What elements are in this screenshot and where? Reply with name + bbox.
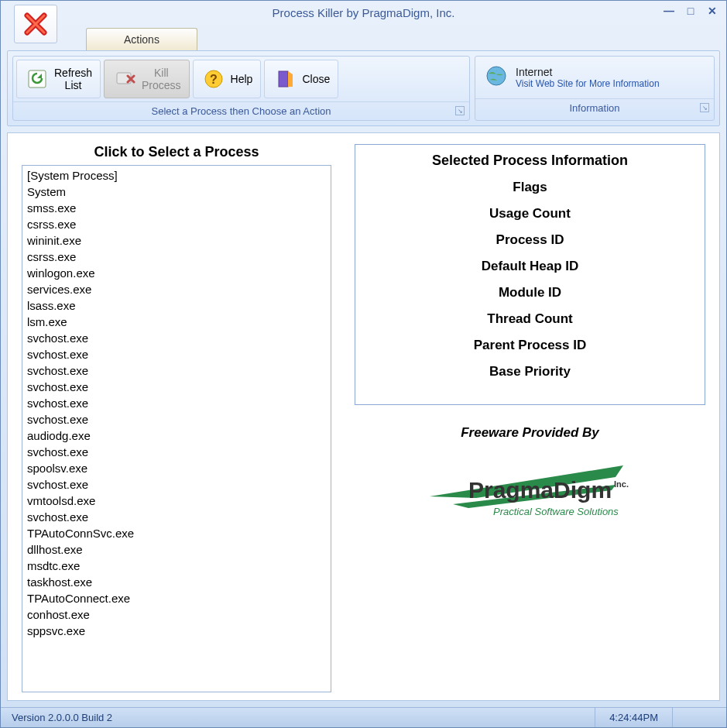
process-item[interactable]: svchost.exe [27, 476, 326, 493]
status-empty-cell [672, 708, 718, 727]
process-item[interactable]: conhost.exe [27, 606, 326, 623]
pragmadigm-logo: PragmaDigm Inc. Practical Software Solut… [422, 450, 639, 523]
help-label: Help [231, 73, 253, 85]
internet-button[interactable]: Internet Visit Web Site for More Informa… [475, 57, 714, 98]
kill-process-button: Kill Process [104, 60, 190, 98]
process-item[interactable]: csrss.exe [27, 216, 326, 232]
process-list[interactable]: [System Process]Systemsmss.execsrss.exew… [22, 165, 331, 692]
door-icon [273, 67, 297, 91]
process-item[interactable]: System [27, 184, 326, 200]
minimize-button[interactable]: — [661, 4, 677, 18]
process-item[interactable]: taskhost.exe [27, 574, 326, 590]
ribbon-group-actions: Refresh List Kill Process ? Help [12, 56, 470, 121]
process-item[interactable]: spoolsv.exe [27, 460, 326, 476]
content-area: Click to Select a Process [System Proces… [7, 132, 720, 701]
status-time: 4:24:44PM [595, 708, 672, 727]
svg-text:PragmaDigm: PragmaDigm [468, 477, 612, 503]
process-item[interactable]: svchost.exe [27, 330, 326, 346]
freeware-label: Freeware Provided By [461, 425, 599, 441]
internet-link: Visit Web Site for More Information [516, 78, 660, 89]
help-button[interactable]: ? Help [193, 60, 262, 98]
process-item[interactable]: audiodg.exe [27, 428, 326, 444]
info-field-label: Parent Process ID [368, 338, 692, 353]
svg-text:Inc.: Inc. [614, 479, 629, 489]
process-item[interactable]: dllhost.exe [27, 541, 326, 558]
info-field-label: Thread Count [368, 311, 692, 327]
process-item[interactable]: TPAutoConnect.exe [27, 590, 326, 606]
close-window-button[interactable]: ✕ [705, 4, 720, 18]
ribbon-actions-caption: Select a Process then Choose an Action ↘ [13, 101, 469, 120]
info-field-label: Base Priority [368, 364, 692, 379]
app-icon [14, 5, 57, 43]
process-item[interactable]: svchost.exe [27, 509, 326, 525]
refresh-label: Refresh List [54, 67, 92, 91]
process-item[interactable]: smss.exe [27, 200, 326, 216]
actions-launcher-icon[interactable]: ↘ [455, 106, 465, 115]
info-field-label: Flags [368, 180, 692, 195]
window-title: Process Killer by PragmaDigm, Inc. [273, 6, 455, 19]
kill-icon [112, 67, 137, 91]
titlebar: Process Killer by PragmaDigm, Inc. — □ ✕ [1, 1, 726, 24]
process-item[interactable]: sppsvc.exe [27, 623, 326, 639]
process-item[interactable]: lsm.exe [27, 314, 326, 330]
main-window: Process Killer by PragmaDigm, Inc. — □ ✕… [0, 0, 727, 728]
ribbon: Refresh List Kill Process ? Help [7, 50, 720, 126]
process-item[interactable]: TPAutoConnSvc.exe [27, 525, 326, 541]
info-field-label: Default Heap ID [368, 259, 692, 274]
process-list-heading: Click to Select a Process [22, 144, 331, 160]
process-item[interactable]: wininit.exe [27, 232, 326, 249]
info-field-label: Usage Count [368, 206, 692, 221]
process-item[interactable]: vmtoolsd.exe [27, 493, 326, 509]
process-item[interactable]: services.exe [27, 281, 326, 297]
statusbar: Version 2.0.0.0 Build 2 4:24:44PM [1, 707, 726, 727]
tab-actions[interactable]: Actions [86, 28, 197, 50]
svg-text:?: ? [210, 73, 218, 86]
process-item[interactable]: svchost.exe [27, 395, 326, 411]
info-launcher-icon[interactable]: ↘ [700, 103, 709, 112]
svg-text:Practical Software Solutions: Practical Software Solutions [493, 506, 619, 517]
process-item[interactable]: svchost.exe [27, 362, 326, 379]
svg-rect-4 [279, 71, 288, 87]
internet-title: Internet [516, 66, 660, 78]
actions-caption-text: Select a Process then Choose an Action [152, 105, 331, 117]
globe-icon [485, 64, 508, 91]
info-column: Selected Process Information FlagsUsage … [355, 144, 705, 692]
info-heading: Selected Process Information [368, 153, 692, 169]
process-item[interactable]: [System Process] [27, 167, 326, 184]
svg-point-5 [487, 67, 506, 85]
close-label: Close [302, 73, 330, 85]
status-version: Version 2.0.0.0 Build 2 [9, 708, 126, 727]
maximize-button[interactable]: □ [683, 4, 698, 18]
process-item[interactable]: svchost.exe [27, 346, 326, 362]
info-caption-text: Information [569, 102, 619, 114]
refresh-list-button[interactable]: Refresh List [16, 60, 101, 98]
ribbon-group-information: Internet Visit Web Site for More Informa… [475, 56, 715, 121]
info-field-label: Process ID [368, 232, 692, 248]
selected-process-info-panel: Selected Process Information FlagsUsage … [355, 144, 705, 405]
kill-label: Kill Process [142, 67, 181, 91]
info-field-label: Module ID [368, 285, 692, 300]
process-item[interactable]: csrss.exe [27, 249, 326, 265]
process-item[interactable]: winlogon.exe [27, 265, 326, 281]
process-item[interactable]: lsass.exe [27, 297, 326, 314]
process-list-panel: Click to Select a Process [System Proces… [22, 144, 331, 692]
process-item[interactable]: svchost.exe [27, 379, 326, 395]
process-item[interactable]: svchost.exe [27, 411, 326, 428]
refresh-icon [25, 67, 50, 91]
process-item[interactable]: svchost.exe [27, 444, 326, 460]
help-icon: ? [201, 67, 226, 91]
ribbon-info-caption: Information ↘ [475, 98, 714, 117]
process-item[interactable]: msdtc.exe [27, 558, 326, 574]
ribbon-tabbar: Actions [1, 24, 726, 50]
close-button[interactable]: Close [264, 60, 338, 98]
